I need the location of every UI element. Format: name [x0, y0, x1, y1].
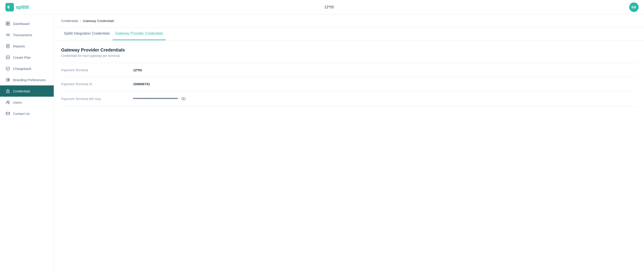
tab-splitit-integration[interactable]: Splitit Integration Credentials — [61, 28, 113, 40]
sidebar-label-credentials: Credentials — [13, 89, 30, 93]
field-value-terminal: 12*03 — [133, 68, 142, 72]
sidebar-label-chargeback: Chargeback — [13, 67, 31, 70]
breadcrumb: Credentials › Gateway Credentials — [54, 14, 644, 28]
table-row: Payment Terminal 12*03 — [61, 63, 637, 77]
sidebar-label-transactions: Transactions — [13, 33, 32, 37]
field-label-terminal-id: Payment Terminal Id — [61, 82, 133, 86]
branding-icon — [6, 77, 10, 82]
credentials-icon — [6, 88, 10, 94]
sidebar-item-branding[interactable]: Branding Preferences — [0, 74, 54, 86]
section-title: Gateway Provider Credentials — [61, 48, 637, 52]
sidebar-label-users: Users — [13, 100, 22, 104]
svg-point-13 — [183, 98, 184, 99]
dashboard-icon — [6, 21, 10, 26]
users-icon — [6, 100, 10, 105]
section-description: Credentials for each gateway per termina… — [61, 54, 637, 58]
header-title: 12*03 — [324, 5, 334, 9]
transactions-icon — [6, 32, 10, 37]
sidebar: Dashboard Transactions Reports Create Pl… — [0, 14, 54, 272]
svg-point-9 — [8, 92, 8, 92]
sidebar-label-dashboard: Dashboard — [13, 22, 30, 26]
contact-icon — [6, 111, 10, 116]
breadcrumb-gateway-credentials: Gateway Credentials — [83, 19, 114, 23]
breadcrumb-sep-1: › — [80, 19, 81, 23]
sidebar-item-create-plan[interactable]: Create Plan — [0, 52, 54, 63]
table-row: Payment Terminal API Key ***************… — [61, 91, 637, 106]
logo[interactable]: splitit — [6, 3, 29, 12]
data-table: Payment Terminal 12*03 Payment Terminal … — [61, 63, 637, 106]
sidebar-item-credentials[interactable]: Credentials — [0, 86, 54, 97]
avatar[interactable]: EB — [629, 2, 638, 12]
logo-text: splitit — [16, 4, 29, 10]
create-plan-icon — [6, 55, 10, 60]
reports-icon — [6, 44, 10, 48]
field-label-terminal: Payment Terminal — [61, 68, 133, 72]
svg-rect-1 — [6, 22, 8, 24]
sidebar-label-contact: Contact Us — [13, 112, 30, 116]
sidebar-item-transactions[interactable]: Transactions — [0, 29, 54, 40]
field-value-api-key: ********************************** — [133, 96, 186, 102]
sidebar-item-reports[interactable]: Reports — [0, 40, 54, 52]
section-header: Gateway Provider Credentials Credentials… — [61, 48, 637, 58]
layout: Dashboard Transactions Reports Create Pl… — [0, 14, 644, 272]
field-label-api-key: Payment Terminal API Key — [61, 97, 133, 101]
sidebar-item-contact[interactable]: Contact Us — [0, 108, 54, 119]
svg-point-10 — [7, 101, 8, 102]
sidebar-label-create-plan: Create Plan — [13, 56, 31, 59]
sidebar-item-dashboard[interactable]: Dashboard — [0, 18, 54, 29]
svg-rect-2 — [8, 22, 10, 24]
tabs: Splitit Integration Credentials Gateway … — [54, 28, 644, 40]
sidebar-item-chargeback[interactable]: Chargeback — [0, 63, 54, 74]
main-content: Credentials › Gateway Credentials Spliti… — [54, 14, 644, 272]
svg-rect-3 — [6, 24, 8, 26]
chargeback-icon — [6, 66, 10, 71]
svg-rect-4 — [8, 24, 10, 26]
logo-icon — [6, 3, 14, 12]
tab-gateway-provider[interactable]: Gateway Provider Credentials — [113, 28, 166, 40]
sidebar-label-reports: Reports — [13, 44, 25, 48]
content-area: Gateway Provider Credentials Credentials… — [54, 40, 644, 114]
field-value-terminal-id: 100006731 — [133, 82, 150, 86]
sidebar-item-users[interactable]: Users — [0, 97, 54, 108]
breadcrumb-credentials[interactable]: Credentials — [61, 19, 78, 23]
top-nav: splitit 12*03 EB — [0, 0, 644, 14]
table-row: Payment Terminal Id 100006731 — [61, 77, 637, 91]
sidebar-label-branding: Branding Preferences — [13, 78, 46, 82]
toggle-visibility-button[interactable] — [181, 96, 186, 102]
